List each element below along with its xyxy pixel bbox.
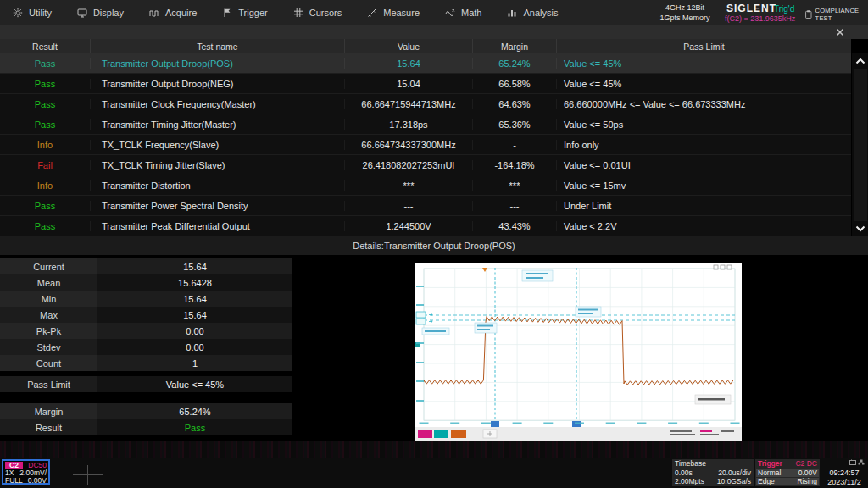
menu-item[interactable]: Acquire [136,0,209,25]
table-row[interactable]: Pass Transmitter Peak Differential Outpu… [0,216,851,236]
stat-value: Pass [97,423,292,433]
trigger-position-marker [482,268,487,272]
math-icon [445,8,455,18]
pass-limit-cell: Value <= 50ps [556,119,851,130]
stat-row: Mean 15.6428 [0,274,292,291]
stat-label: Pass Limit [0,376,97,392]
channel-bandwidth: FULL [5,477,23,485]
value-cell: 66.664734337300MHz [344,140,472,150]
table-row[interactable]: Pass Transmitter Clock Frequency(Master)… [0,94,851,114]
clock-panel[interactable]: 09:24:57 2023/11/2 [821,458,867,487]
dimmed-background-band [0,441,868,458]
stat-label: Current [0,258,97,274]
scroll-up-icon[interactable] [852,53,868,69]
stat-label: Min [0,291,97,307]
value-cell: 66.664715944713MHz [344,99,472,109]
stat-row: Pk-Pk 0.00 [0,323,292,339]
table-row[interactable]: Info Transmitter Distortion *** *** Valu… [0,175,851,196]
stat-value: 15.64 [97,262,292,272]
table-row[interactable]: Pass Transmitter Timing Jitter(Master) 1… [0,114,851,135]
table-row[interactable]: Pass Transmitter Output Droop(NEG) 15.04… [0,74,851,94]
pass-limit-cell: Value <= 45% [556,58,851,69]
menu-item[interactable]: Utility [0,0,64,25]
stat-row: Max 15.64 [0,307,292,323]
acquire-icon [149,8,159,18]
header-result: Result [0,42,90,52]
clock-date: 2023/11/2 [827,478,860,487]
results-table: Pass Transmitter Output Droop(POS) 15.64… [0,53,851,236]
value-cell: 15.64 [344,58,472,69]
margin-cell: - [472,140,556,150]
value-cell: 17.318ps [344,119,472,130]
analysis-icon [507,8,517,18]
stat-value: 0.00 [97,326,292,336]
menu-item-label: Display [93,8,124,18]
trigger-label: Trigger [758,460,782,468]
brand-logo: SIGLENT [726,3,776,14]
menu-item-label: Measure [383,8,420,18]
channel-offset: 0.00V [28,477,47,485]
timebase-points: 2.00Mpts [675,478,704,485]
menu-item[interactable]: Math [432,0,494,25]
scroll-down-icon[interactable] [852,221,868,236]
channel-descriptor-c2[interactable]: C2 DC50 1X 2.00mV/ FULL 0.00V [2,459,50,485]
stat-value: 1 [97,358,292,369]
menu-divider [576,5,576,20]
timebase-rate: 10.0GSa/s [717,478,751,485]
menu-item[interactable]: Analysis [494,0,570,25]
margin-cell: 65.36% [472,119,556,130]
close-icon[interactable] [834,27,846,37]
waveform-trace [424,317,733,385]
table-scrollbar[interactable] [851,53,868,236]
table-row[interactable]: Pass Transmitter Power Spectral Density … [0,196,851,216]
result-cell: Pass [0,119,90,130]
header-value: Value [344,39,472,53]
table-row[interactable]: Info TX_TCLK Frequency(Slave) 66.6647343… [0,135,851,155]
timebase-delay: 0.00s [675,469,693,477]
test-name-cell: TX_TCLK Frequency(Slave) [90,140,344,150]
compliance-test-label: COMPLIANCE TEST [815,7,868,22]
stat-row: Min 15.64 [0,291,292,307]
menu-item[interactable]: Trigger [209,0,280,25]
clock-time: 09:24:57 [829,469,859,478]
compliance-test-button[interactable]: COMPLIANCE TEST [805,7,868,22]
bandwidth-label: 4GHz 12Bit [657,3,713,13]
table-row[interactable]: Fail TX_TCLK Timing Jitter(Slave) 26.418… [0,155,851,175]
measure-icon [367,8,377,18]
value-cell: --- [344,201,472,211]
menu-item[interactable]: Display [64,0,136,25]
trigger-level: 0.00V [798,469,817,477]
scrollbar-thumb[interactable] [854,69,867,221]
menu-item[interactable]: Measure [354,0,432,25]
pass-limit-cell: Value <= 0.01UI [556,160,851,170]
gear-icon [13,8,23,18]
result-cell: Pass [0,201,90,211]
table-row[interactable]: Pass Transmitter Output Droop(POS) 15.64… [0,53,851,74]
menu-item[interactable]: Cursors [281,0,355,25]
pass-limit-cell: Value <= 15mv [556,180,851,191]
stat-value: Value <= 45% [97,380,292,390]
stat-label: Mean [0,274,97,291]
thumbnail-grid [424,269,735,420]
trigger-panel[interactable]: Trigger C2 DC Normal 0.00V Edge Rising [755,459,820,486]
timebase-panel[interactable]: Timebase 0.00s 20.0us/div 2.00Mpts 10.0G… [672,459,754,486]
trigger-source: C2 DC [795,460,817,468]
test-name-cell: Transmitter Distortion [90,180,344,191]
trigger-flag-icon [222,8,232,18]
usb-icon [849,459,856,465]
margin-cell: 65.24% [472,58,556,69]
memory-label: 1Gpts Memory [657,13,713,23]
stat-value: 65.24% [97,407,292,417]
results-table-header: Result Test name Value Margin Pass Limit [0,39,851,53]
pass-limit-cell: Value < 2.2V [556,221,851,231]
result-cell: Fail [0,160,90,170]
details-stats-table: Current 15.64 Mean 15.6428 Min 15.64 Max… [0,258,292,435]
value-cell: 26.418082027253mUI [344,160,472,170]
add-channel-crosshair[interactable] [73,474,103,475]
timebase-scale: 20.0us/div [718,469,751,477]
value-cell: *** [344,180,472,191]
margin-cell: *** [472,180,556,191]
stat-label: Count [0,355,97,371]
stat-value: 15.6428 [97,278,292,288]
lan-icon [858,459,865,465]
